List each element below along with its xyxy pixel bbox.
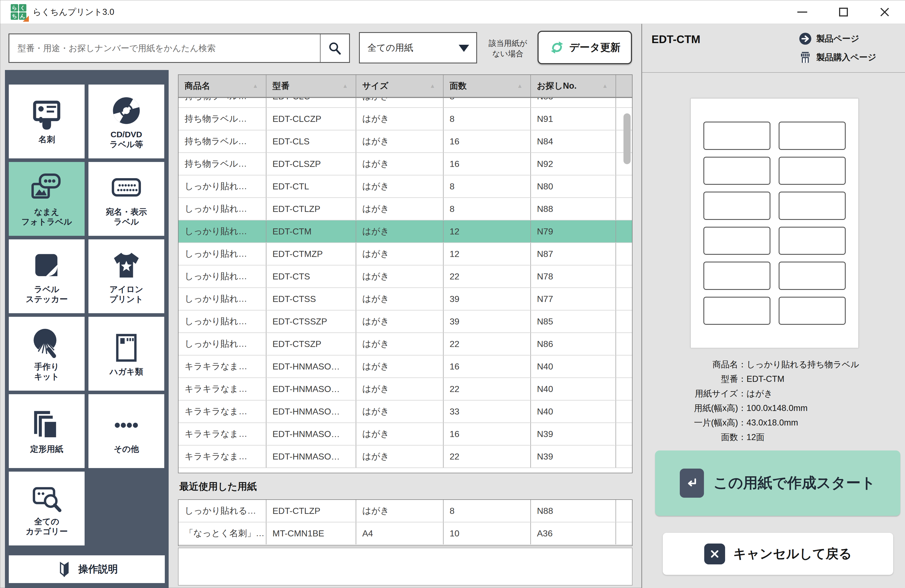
label-slot bbox=[779, 192, 846, 220]
sidebar-item-others[interactable]: その他 bbox=[89, 394, 164, 468]
info-value: 43.0x18.0mm bbox=[746, 418, 900, 428]
cell-size: はがき bbox=[356, 333, 444, 355]
app-title: らくちんプリント3.0 bbox=[33, 0, 114, 24]
cell-faces: 12 bbox=[444, 243, 531, 265]
panel-divider bbox=[642, 72, 905, 73]
column-header[interactable]: サイズ ▲ bbox=[356, 75, 444, 97]
category-sidebar: 名刺 CD/DVD ラベル等 なまえ フォトラベル bbox=[5, 70, 168, 588]
cell-number: N84 bbox=[531, 130, 616, 152]
minimize-button[interactable] bbox=[782, 0, 823, 24]
cell-number: N39 bbox=[531, 445, 616, 468]
column-header[interactable]: お探しNo. ▲ bbox=[531, 75, 616, 97]
sidebar-item-all-categories[interactable]: 全ての カテゴリー bbox=[9, 472, 84, 545]
recent-row[interactable]: 「なっとく名刺」… MT-CMN1BE A4 10 A36 bbox=[178, 522, 632, 545]
cell-product-name: 持ち物ラベル… bbox=[178, 153, 267, 175]
maximize-button[interactable] bbox=[823, 0, 864, 24]
cell-faces: 12 bbox=[444, 220, 531, 242]
info-label: 用紙サイズ： bbox=[648, 388, 746, 399]
cell-faces: 22 bbox=[444, 333, 531, 355]
sidebar-item-postcard[interactable]: ハガキ類 bbox=[89, 317, 164, 391]
sidebar-item-address-label[interactable]: 宛名・表示 ラベル bbox=[89, 162, 164, 236]
cell-size: はがき bbox=[356, 108, 444, 130]
chevron-down-icon bbox=[459, 45, 469, 52]
cell-model: EDT-CLSZP bbox=[267, 153, 356, 175]
close-icon bbox=[880, 7, 890, 17]
label-slot bbox=[703, 157, 770, 185]
sidebar-item-fixed-form-paper[interactable]: 定形用紙 bbox=[9, 394, 84, 468]
cell-faces: 10 bbox=[444, 522, 531, 544]
cell-product-name: 持ち物ラベル… bbox=[178, 130, 267, 152]
table-row[interactable]: しっかり貼れ… EDT-CTS はがき 22 N78 bbox=[178, 265, 632, 288]
table-row[interactable]: キラキラなま… EDT-HNMASO… はがき 16 N39 bbox=[178, 423, 632, 445]
help-button[interactable]: 操作説明 bbox=[9, 555, 165, 583]
sidebar-item-label-sticker[interactable]: ラベル ステッカー bbox=[9, 239, 84, 313]
table-scrollbar[interactable] bbox=[624, 100, 630, 471]
close-button[interactable] bbox=[864, 0, 905, 24]
cell-number: A36 bbox=[531, 522, 616, 544]
search-box bbox=[8, 33, 350, 63]
sidebar-item-cd-dvd[interactable]: CD/DVD ラベル等 bbox=[89, 84, 164, 158]
others-icon bbox=[108, 409, 144, 442]
table-row[interactable]: キラキラなま… EDT-HNMASO… はがき 22 N40 bbox=[178, 378, 632, 401]
data-update-button[interactable]: データ更新 bbox=[538, 31, 632, 64]
cell-model: EDT-CTSSZP bbox=[267, 311, 356, 333]
sidebar-item-name-photo-label[interactable]: なまえ フォトラベル bbox=[9, 162, 84, 236]
handmade-kit-icon bbox=[29, 326, 65, 360]
product-page-link[interactable]: 製品ページ bbox=[798, 32, 876, 46]
cell-faces: 39 bbox=[444, 311, 531, 333]
table-row[interactable]: 持ち物ラベル… EDT-CLSZP はがき 16 N92 bbox=[178, 153, 632, 176]
cell-faces: 8 bbox=[444, 500, 531, 522]
recent-row[interactable]: しっかり貼れる… EDT-CTLZP はがき 8 N88 bbox=[178, 500, 632, 522]
table-row[interactable]: しっかり貼れ… EDT-CTSZP はがき 22 N86 bbox=[178, 333, 632, 355]
sidebar-item-meishi[interactable]: 名刺 bbox=[9, 84, 84, 158]
table-row[interactable]: しっかり貼れ… EDT-CTSS はがき 39 N77 bbox=[178, 288, 632, 311]
label-sheet-preview bbox=[691, 98, 859, 348]
cell-size: はがき bbox=[356, 401, 444, 423]
table-row[interactable]: キラキラなま… EDT-HNMASO… はがき 22 N39 bbox=[178, 445, 632, 468]
sidebar-item-handmade-kit[interactable]: 手作り キット bbox=[9, 317, 84, 391]
cell-faces: 22 bbox=[444, 378, 531, 400]
purchase-page-link[interactable]: 製品購入ページ bbox=[798, 50, 876, 65]
cell-product-name: しっかり貼れ… bbox=[178, 333, 267, 355]
column-header[interactable]: 型番 ▲ bbox=[267, 75, 356, 97]
cell-model: EDT-HNMASO… bbox=[267, 445, 356, 468]
label-preview-grid bbox=[703, 122, 846, 325]
column-header[interactable]: 商品名 ▲ bbox=[178, 75, 267, 97]
cell-faces: 8 bbox=[444, 176, 531, 197]
cancel-back-button[interactable]: キャンセルして戻る bbox=[663, 533, 893, 575]
start-create-button[interactable]: この用紙で作成スタート bbox=[655, 450, 900, 516]
search-input[interactable] bbox=[10, 34, 320, 62]
table-row[interactable]: 持ち物ラベル… EDT-CLCZP はがき 8 N91 bbox=[178, 108, 632, 130]
store-icon bbox=[798, 50, 813, 65]
titlebar: ら く ち ん らくちんプリント3.0 bbox=[0, 0, 905, 24]
label-slot bbox=[703, 122, 770, 150]
table-row[interactable]: キラキラなま… EDT-HNMASO… はがき 16 N40 bbox=[178, 355, 632, 378]
x-icon bbox=[704, 544, 725, 564]
app-window: ら く ち ん らくちんプリント3.0 全ての用紙 該当用紙が ない場合 bbox=[0, 0, 905, 588]
column-header[interactable]: 面数 ▲ bbox=[444, 75, 531, 97]
scrollbar-thumb[interactable] bbox=[624, 113, 630, 164]
sidebar-item-iron-print[interactable]: アイロン プリント bbox=[89, 239, 164, 313]
table-row[interactable]: しっかり貼れ… EDT-CTMZP はがき 12 N87 bbox=[178, 243, 632, 265]
paper-filter-select[interactable]: 全ての用紙 bbox=[359, 32, 477, 63]
sort-arrow-icon: ▲ bbox=[252, 82, 258, 89]
table-row[interactable]: 持ち物ラベル… EDT-CLC はがき 8 N83 bbox=[178, 98, 632, 108]
product-info-line: 型番： EDT-CTM bbox=[648, 372, 900, 386]
table-row[interactable]: キラキラなま… EDT-HNMASO… はがき 33 N40 bbox=[178, 401, 632, 423]
business-card-icon bbox=[29, 99, 65, 132]
search-button[interactable] bbox=[320, 34, 349, 62]
cell-number: N40 bbox=[531, 401, 616, 423]
cell-size: はがき bbox=[356, 423, 444, 445]
table-row[interactable]: しっかり貼れ… EDT-CTL はがき 8 N80 bbox=[178, 176, 632, 198]
table-row[interactable]: しっかり貼れ… EDT-CTLZP はがき 8 N88 bbox=[178, 198, 632, 220]
cell-model: EDT-CTM bbox=[267, 220, 356, 242]
label-slot bbox=[703, 297, 770, 325]
table-row[interactable]: 持ち物ラベル… EDT-CLS はがき 16 N84 bbox=[178, 130, 632, 153]
label-slot bbox=[703, 192, 770, 220]
paper-table: 商品名 ▲ 型番 ▲ サイズ ▲ 面数 ▲ お探しNo. ▲ bbox=[178, 74, 632, 473]
table-row[interactable]: しっかり貼れ… EDT-CTSSZP はがき 39 N85 bbox=[178, 311, 632, 333]
table-row[interactable]: しっかり貼れ… EDT-CTM はがき 12 N79 bbox=[178, 220, 632, 243]
cell-size: はがき bbox=[356, 220, 444, 242]
cell-size: はがき bbox=[356, 265, 444, 287]
paper-table-header: 商品名 ▲ 型番 ▲ サイズ ▲ 面数 ▲ お探しNo. ▲ bbox=[178, 75, 632, 98]
